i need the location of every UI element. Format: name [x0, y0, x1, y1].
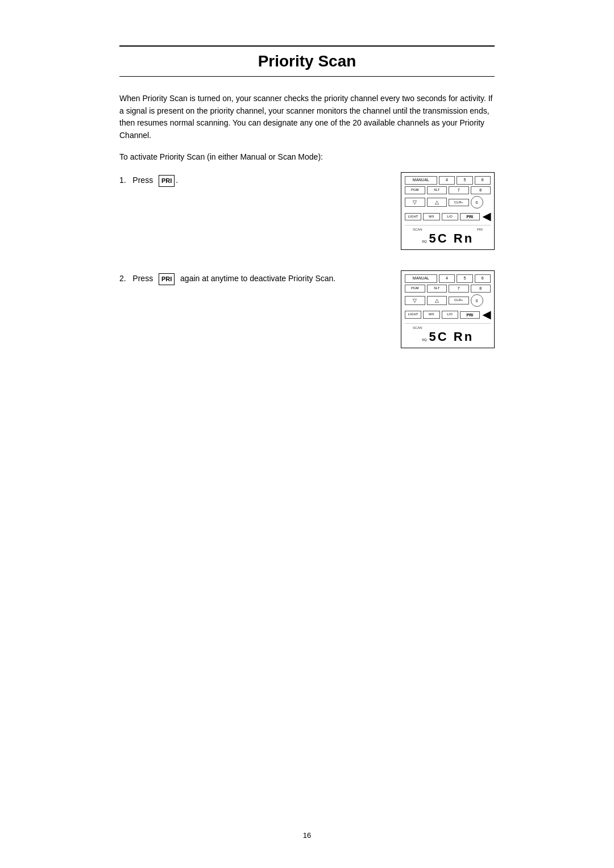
title-rule-top — [119, 45, 495, 47]
scan-display-row-2: SQ 5C Rn — [408, 329, 487, 344]
scanner-row-4: LIGHT WX L/O PRI ◀ — [405, 210, 491, 223]
key-pri-2: PRI — [460, 311, 480, 319]
key-8-2: 8 — [471, 285, 491, 293]
key-light: LIGHT — [405, 213, 421, 220]
key-wx: WX — [423, 213, 439, 220]
key-6-2: 6 — [475, 274, 491, 282]
step-1-row: 1. Press PRI. MANUAL 4 5 6 PGM SLT 7 — [119, 172, 495, 250]
scan-display-row-1: SQ 5C Rn — [408, 231, 487, 246]
step-1-text: 1. Press PRI. — [119, 172, 387, 187]
key-slt-2: SLT — [427, 285, 447, 293]
step-2-row: 2. Press PRI again at anytime to deactiv… — [119, 270, 495, 348]
key-5-2: 5 — [457, 274, 472, 282]
key-8: 8 — [471, 186, 491, 194]
display-text-1: 5C Rn — [429, 231, 474, 246]
key-down-arrow: ▽ — [405, 198, 425, 207]
scanner-row-2: PGM SLT 7 8 — [405, 186, 491, 194]
key-lo: L/O — [442, 213, 458, 220]
page-title: Priority Scan — [119, 50, 495, 73]
key-wx-2: WX — [423, 311, 439, 318]
key-7: 7 — [449, 186, 469, 194]
key-up-arrow: △ — [427, 198, 447, 207]
key-manual-2: MANUAL — [405, 274, 437, 282]
step-2-press-label: Press — [132, 274, 153, 283]
key-0-2: 0 — [471, 294, 483, 307]
scanner-row-1: MANUAL 4 5 6 — [405, 176, 491, 184]
step-1-press-label: Press — [132, 176, 153, 185]
key-4: 4 — [439, 176, 455, 184]
sq-label-2: SQ — [422, 338, 427, 341]
key-down-arrow-2: ▽ — [405, 296, 425, 305]
key-0: 0 — [471, 196, 483, 208]
key-5: 5 — [457, 176, 472, 184]
scanner-row-3: ▽ △ CLR+ 0 — [405, 196, 491, 208]
scanner-row2-4: LIGHT WX L/O PRI ◀ — [405, 308, 491, 321]
key-clr: CLR+ — [449, 199, 469, 206]
step-2-text: 2. Press PRI again at anytime to deactiv… — [119, 270, 387, 285]
page-number: 16 — [85, 831, 529, 840]
step-1-pri-badge: PRI — [159, 175, 175, 187]
pri-label: PRI — [477, 228, 483, 231]
activate-instruction: To activate Priority Scan (in either Man… — [119, 151, 495, 164]
title-rule-bottom — [119, 76, 495, 77]
key-clr-2: CLR+ — [449, 297, 469, 304]
scan-label: SCAN — [413, 228, 422, 231]
key-pgm: PGM — [405, 186, 425, 194]
display-text-2: 5C Rn — [429, 329, 474, 344]
arrow-right-2: ◀ — [483, 308, 491, 321]
scanner-display-1: SCAN PRI SQ 5C Rn — [405, 225, 491, 249]
scanner-diagram-1: MANUAL 4 5 6 PGM SLT 7 8 ▽ — [401, 172, 495, 250]
key-up-arrow-2: △ — [427, 296, 447, 305]
title-section: Priority Scan — [119, 45, 495, 77]
key-pri-1: PRI — [460, 213, 480, 220]
arrow-right-1: ◀ — [483, 210, 491, 223]
sq-label-1: SQ — [422, 240, 427, 243]
step-2-number: 2. — [119, 274, 130, 283]
key-pgm-2: PGM — [405, 285, 425, 293]
scanner-diagram-2: MANUAL 4 5 6 PGM SLT 7 8 ▽ — [401, 270, 495, 348]
scanner-display-2: SCAN SQ 5C Rn — [405, 323, 491, 348]
step-2-pri-badge: PRI — [159, 273, 175, 285]
page-container: Priority Scan When Priority Scan is turn… — [85, 0, 529, 868]
step-2-suffix: again at anytime to deactivate Priority … — [180, 274, 335, 283]
steps-section: 1. Press PRI. MANUAL 4 5 6 PGM SLT 7 — [119, 172, 495, 348]
key-4-2: 4 — [439, 274, 455, 282]
body-paragraph: When Priority Scan is turned on, your sc… — [119, 93, 495, 142]
key-light-2: LIGHT — [405, 311, 421, 318]
key-6: 6 — [475, 176, 491, 184]
scan-label-2: SCAN — [413, 326, 422, 329]
scanner-row2-1: MANUAL 4 5 6 — [405, 274, 491, 282]
key-slt: SLT — [427, 186, 447, 194]
step-1-number: 1. — [119, 176, 130, 185]
scanner-row2-2: PGM SLT 7 8 — [405, 285, 491, 293]
key-lo-2: L/O — [442, 311, 458, 318]
key-7-2: 7 — [449, 285, 469, 293]
step-1-period: . — [176, 176, 178, 185]
scanner-row2-3: ▽ △ CLR+ 0 — [405, 294, 491, 307]
key-manual: MANUAL — [405, 176, 437, 184]
